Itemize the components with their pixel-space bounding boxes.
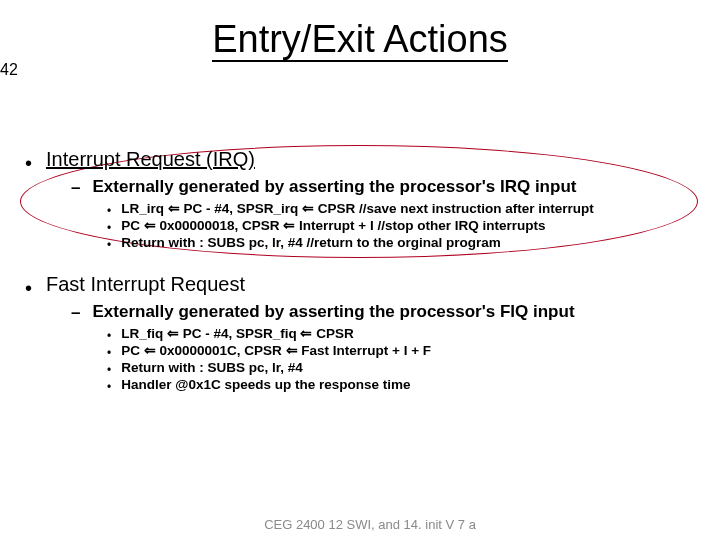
list-item: • Interrupt Request (IRQ) – Externally g… [25, 148, 700, 251]
bullet-icon: • [107, 347, 111, 359]
lvl2-label: Externally generated by asserting the pr… [92, 177, 576, 197]
list-item: •Return with : SUBS pc, lr, #4 [107, 360, 700, 376]
list-item: – Externally generated by asserting the … [71, 177, 700, 251]
lvl1-label: Fast Interrupt Request [46, 273, 245, 296]
lvl3-label: LR_fiq ⇐ PC - #4, SPSR_fiq ⇐ CPSR [121, 326, 354, 342]
bullet-list: • Interrupt Request (IRQ) – Externally g… [25, 148, 700, 393]
lvl1-label: Interrupt Request (IRQ) [46, 148, 255, 171]
sublist: – Externally generated by asserting the … [71, 177, 700, 251]
bullet-icon: • [107, 239, 111, 251]
list-item: – Externally generated by asserting the … [71, 302, 700, 393]
lvl3-label: Return with : SUBS pc, lr, #4 [121, 360, 303, 376]
content-area: • Interrupt Request (IRQ) – Externally g… [25, 148, 700, 415]
sublist: – Externally generated by asserting the … [71, 302, 700, 393]
title-text: Entry/Exit Actions [212, 18, 508, 62]
page-number: 42 [0, 61, 18, 78]
list-item: •LR_irq ⇐ PC - #4, SPSR_irq ⇐ CPSR //sav… [107, 201, 700, 217]
footer: CEG 2400 12 SWI, and 14. init V 7 a [0, 517, 720, 532]
dash-icon: – [71, 179, 80, 196]
bullet-icon: • [107, 222, 111, 234]
dash-icon: – [71, 304, 80, 321]
subsublist: •LR_fiq ⇐ PC - #4, SPSR_fiq ⇐ CPSR •PC ⇐… [107, 326, 700, 394]
list-item: •PC ⇐ 0x00000018, CPSR ⇐ Interrupt + I /… [107, 218, 700, 234]
footer-text: CEG 2400 12 SWI, and 14. init V 7 a [60, 517, 680, 532]
bullet-icon: • [107, 364, 111, 376]
slide: Entry/Exit Actions • Interrupt Request (… [0, 18, 720, 540]
lvl3-label: Handler @0x1C speeds up the response tim… [121, 377, 410, 393]
subsublist: •LR_irq ⇐ PC - #4, SPSR_irq ⇐ CPSR //sav… [107, 201, 700, 252]
slide-title: Entry/Exit Actions [0, 18, 720, 61]
lvl3-label: LR_irq ⇐ PC - #4, SPSR_irq ⇐ CPSR //save… [121, 201, 594, 217]
bullet-icon: • [107, 381, 111, 393]
list-item: •Return with : SUBS pc, lr, #4 //return … [107, 235, 700, 251]
lvl3-label: PC ⇐ 0x0000001C, CPSR ⇐ Fast Interrupt +… [121, 343, 431, 359]
bullet-icon: • [25, 153, 32, 173]
lvl2-label: Externally generated by asserting the pr… [92, 302, 574, 322]
list-item: • Fast Interrupt Request – Externally ge… [25, 273, 700, 393]
bullet-icon: • [107, 330, 111, 342]
bullet-icon: • [107, 205, 111, 217]
lvl3-label: PC ⇐ 0x00000018, CPSR ⇐ Interrupt + I //… [121, 218, 545, 234]
list-item: •LR_fiq ⇐ PC - #4, SPSR_fiq ⇐ CPSR [107, 326, 700, 342]
list-item: •PC ⇐ 0x0000001C, CPSR ⇐ Fast Interrupt … [107, 343, 700, 359]
lvl3-label: Return with : SUBS pc, lr, #4 //return t… [121, 235, 501, 251]
list-item: •Handler @0x1C speeds up the response ti… [107, 377, 700, 393]
bullet-icon: • [25, 278, 32, 298]
